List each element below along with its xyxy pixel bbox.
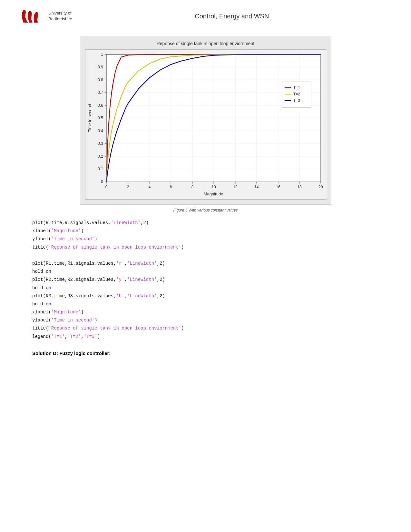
university-logo: [19, 6, 45, 26]
svg-rect-1: [106, 54, 321, 182]
svg-text:0.3: 0.3: [98, 141, 103, 146]
svg-text:0.9: 0.9: [98, 65, 103, 69]
svg-text:0.4: 0.4: [98, 129, 103, 133]
svg-text:16: 16: [276, 185, 280, 189]
svg-text:T=1: T=1: [293, 85, 300, 90]
svg-text:0: 0: [101, 180, 103, 184]
chart-title: Reponse of single tank in open loop envi…: [85, 41, 326, 46]
main-content: Reponse of single tank in open loop envi…: [0, 36, 411, 356]
svg-text:Magnitude: Magnitude: [203, 192, 223, 196]
code-line: plot(R1.time,R1.signals.values,'r','Line…: [32, 260, 379, 268]
svg-text:0.6: 0.6: [98, 103, 103, 108]
chart-svg-wrapper: 0 2 4 6 8 10 12 14 16 18 20 0 0.1 0.2: [85, 49, 326, 200]
svg-text:0.1: 0.1: [98, 167, 103, 171]
svg-text:T=3: T=3: [293, 98, 300, 103]
svg-text:0.7: 0.7: [98, 90, 103, 95]
svg-text:0: 0: [105, 185, 107, 189]
code-line: hold on: [32, 268, 379, 276]
code-line: title('Reponse of single tank in open lo…: [32, 243, 379, 251]
svg-text:18: 18: [297, 185, 302, 189]
svg-text:4: 4: [148, 185, 151, 189]
code-line: ylabel('Time in second'): [32, 316, 379, 324]
chart-container: Reponse of single tank in open loop envi…: [80, 36, 331, 205]
code-line: plot(R3.time,R3.signals.values,'b','Line…: [32, 292, 379, 300]
code-line: plot(R2.time,R2.signals.values,'y','Line…: [32, 276, 379, 284]
svg-text:T=2: T=2: [293, 92, 300, 96]
svg-text:20: 20: [318, 185, 323, 189]
logo-area: University of Bedfordshire: [19, 6, 72, 26]
figure-caption: Figure 5 With various constant values: [32, 208, 379, 212]
svg-text:0.5: 0.5: [98, 116, 103, 120]
svg-text:12: 12: [233, 185, 238, 189]
svg-text:2: 2: [127, 185, 129, 189]
logo-text: University of Bedfordshire: [48, 10, 72, 22]
svg-text:Time in second: Time in second: [87, 104, 92, 132]
svg-text:14: 14: [254, 185, 259, 189]
code-line: legend('T=1','T=2','T=3'): [32, 333, 379, 341]
svg-text:0.2: 0.2: [98, 154, 103, 159]
code-line: xlabel('Magnitude'): [32, 308, 379, 316]
code-block: plot(R.time,R.signals.values,'LineWidth'…: [32, 219, 379, 341]
svg-text:6: 6: [170, 185, 172, 189]
header: University of Bedfordshire Control, Ener…: [0, 0, 411, 29]
section-heading: Solution D: Fuzzy logic controller:: [32, 350, 379, 356]
header-title: Control, Energy and WSN: [72, 13, 392, 20]
svg-text:1: 1: [101, 52, 103, 57]
code-line: plot(R.time,R.signals.values,'LineWidth'…: [32, 219, 379, 227]
code-line: hold on: [32, 300, 379, 308]
svg-text:8: 8: [191, 185, 193, 189]
code-line: ylabel('Time in second'): [32, 235, 379, 243]
code-line: hold on: [32, 284, 379, 292]
code-line: [32, 251, 379, 260]
code-line: title('Reponse of single tank in open lo…: [32, 324, 379, 332]
svg-text:10: 10: [211, 185, 216, 189]
chart-svg: 0 2 4 6 8 10 12 14 16 18 20 0 0.1 0.2: [85, 50, 327, 198]
svg-text:0.8: 0.8: [98, 78, 103, 82]
code-line: xlabel('Magnitude'): [32, 227, 379, 235]
